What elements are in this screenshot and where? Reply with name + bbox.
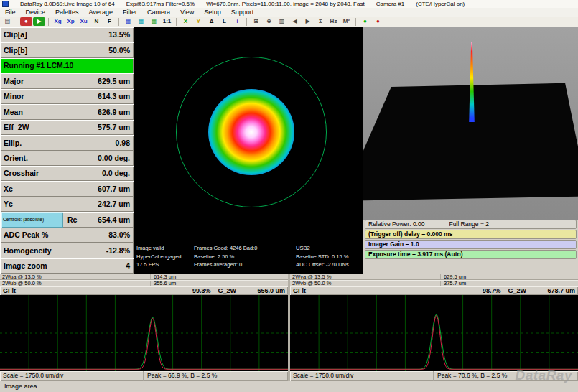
fps-text: 17.5 FPS [136,261,194,269]
green-led-icon[interactable]: ● [359,17,371,26]
palette-green-button[interactable]: ▦ [148,17,160,26]
info-button[interactable]: i [231,17,243,26]
result-row-clip-a: Clip[a]13.5% [0,27,134,42]
u-width-a-label: 2Wua @ 13.5 % [0,274,151,280]
sum-button[interactable]: Σ [314,17,327,26]
delta-button[interactable]: Δ [205,17,218,26]
result-row-eff-2w: Eff_2W575.7 um [0,120,134,135]
palette-cyan-button[interactable]: ▦ [135,17,147,26]
menu-item-view[interactable]: View [175,9,199,16]
x-profile-button[interactable]: X [180,17,192,26]
profile-graphs [0,295,578,371]
result-value: 575.7 um [98,123,130,131]
result-value: 614.3 um [98,93,130,101]
menu-item-file[interactable]: File [0,9,21,16]
one-to-one-button[interactable]: 1:1 [161,17,173,26]
trigger-delay-button[interactable]: (Trigger off) delay = 0.000 ms [365,230,577,239]
menu-item-device[interactable]: Device [21,9,51,16]
result-value: 13.5% [108,31,130,39]
print-button[interactable]: ▤ [1,17,14,26]
v-width-a-cell[interactable]: 2Wva @ 13.5 % 629.5 um [290,274,578,280]
result-row-mean: Mean626.9 um [0,104,134,119]
baseline-text: Baseline: 2.56 % [194,253,296,261]
menu-item-support[interactable]: Support [226,9,259,16]
baseline-std-text: Baseline STD: 0.15 % [296,253,349,261]
frames-good-text: Frames Good: 4246 Bad:0 [194,244,296,252]
go-button[interactable]: ▶ [33,17,45,26]
title-exposure-info: Exp@3.917ms Filter=0.5% [126,1,195,7]
xu-button[interactable]: Xu [78,17,90,26]
m2-button[interactable]: M² [340,17,353,26]
result-row-yc: Yc242.7 um [0,197,134,212]
v-width-b-cell[interactable]: 2Wvb @ 50.0 % 375.7 um [290,280,578,286]
menu-item-camera[interactable]: Camera [142,9,175,16]
f-button[interactable]: F [103,17,116,26]
result-row-homogeneity: Homogeneity-12.8% [0,243,134,258]
grid-button[interactable]: ⊞ [250,17,262,26]
toolbar-separator [17,18,17,26]
u-g2w-label: G_2W [218,288,236,294]
n-button[interactable]: N [90,17,103,26]
result-label: Clip[b] [4,47,108,55]
u-profile-graph[interactable] [0,295,288,371]
result-label: Eff_2W [4,123,98,131]
menu-item-setup[interactable]: Setup [199,9,226,16]
menu-item-filter[interactable]: Filter [118,9,142,16]
palette-blue-button[interactable]: ▦ [122,17,134,26]
xg-button[interactable]: Xg [52,17,64,26]
beam-status-overlay: Image valid HyperCal engaged. 17.5 FPS F… [136,244,360,269]
beam-image-panel[interactable]: Image valid HyperCal engaged. 17.5 FPS F… [134,27,363,274]
toolbar-separator [48,18,49,26]
threed-view[interactable] [363,27,578,220]
u-g2w-value: 656.0 um [243,288,285,294]
result-label: Image zoom [4,262,126,270]
l-button[interactable]: L [218,17,230,26]
usb-text: USB2 [296,244,349,252]
v-scale-text: Scale = 1750.0 um/div [290,371,434,381]
result-row-centroid-absolute[interactable]: Centroid: (absolute)Rc654.4 um [0,212,134,227]
app-icon [2,1,9,7]
rc-label: Rc [67,216,77,224]
centroid-mode-button[interactable]: Centroid: (absolute) [1,212,63,227]
profile-width-row-b: 2Wub @ 50.0 % 355.6 um 2Wvb @ 50.0 % 375… [0,280,578,286]
result-value: 0.00 deg. [98,154,130,162]
result-label: Xc [4,185,98,193]
menu-item-palettes[interactable]: Palettes [50,9,84,16]
stop-button[interactable]: ● [20,17,32,26]
y-profile-button[interactable]: Y [192,17,205,26]
arrow-left-button[interactable]: ◀ [289,17,301,26]
u-width-b-label: 2Wub @ 50.0 % [0,281,151,286]
result-label: Crosshair [4,169,102,177]
menu-item-average[interactable]: Average [84,9,118,16]
u-width-a-cell[interactable]: 2Wua @ 13.5 % 614.3 um [0,274,288,280]
result-row-orient: Orient.0.00 deg. [0,151,134,166]
red-led-icon[interactable]: ● [372,17,384,26]
v-profile-graph[interactable] [290,295,578,371]
profiles-section: 2Wua @ 13.5 % 614.3 um 2Wva @ 13.5 % 629… [0,274,578,381]
hz-button[interactable]: Hz [327,17,340,26]
exposure-time-button[interactable]: Exposure time = 3.917 ms (Auto) [365,250,577,259]
imager-gain-button[interactable]: Imager Gain = 1.0 [365,240,577,249]
threed-panel: Relative Power: 0.00 Full Range = 2 (Tri… [363,27,578,274]
scale-row: Scale = 1750.0 um/div Peak = 66.9 %, B =… [0,371,578,381]
u-width-b-cell[interactable]: 2Wub @ 50.0 % 355.6 um [0,280,288,286]
relative-power-text: Relative Power: 0.00 [368,221,424,228]
arrow-right-button[interactable]: ▶ [302,17,314,26]
imager-gain-text: Imager Gain = 1.0 [368,241,419,248]
v-gfit-bar: GFit 98.7% G_2W 678.7 um [290,286,578,295]
beam-spot [208,89,294,175]
histogram-button[interactable]: ▥ [276,17,288,26]
crosshair-button[interactable]: ⊕ [263,17,275,26]
result-label: Homogeneity [4,247,106,255]
xp-button[interactable]: Xp [65,17,77,26]
result-label: Minor [4,93,98,101]
v-g2w-value: 678.7 um [533,288,575,294]
result-row-adc-peak: ADC Peak %83.0% [0,228,134,243]
profile-width-row-a: 2Wua @ 13.5 % 614.3 um 2Wva @ 13.5 % 629… [0,274,578,280]
v-scale-bar: Scale = 1750.0 um/div Peak = 70.6 %, B =… [290,371,578,381]
result-value: 83.0% [108,231,130,239]
beam-status-column-left: Image valid HyperCal engaged. 17.5 FPS [136,244,194,269]
result-row-running-1-lcm-10[interactable]: Running #1 LCM.10 [0,58,134,73]
u-width-b-value: 355.6 um [151,281,176,286]
toolbar-separator [176,18,177,26]
